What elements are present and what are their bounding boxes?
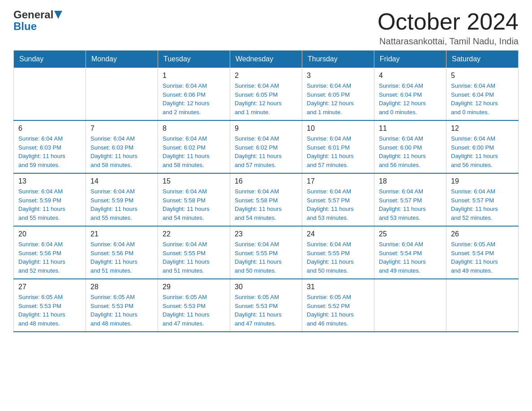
day-info: Sunrise: 6:04 AM Sunset: 5:58 PM Dayligh…: [235, 187, 297, 222]
table-row: 29Sunrise: 6:05 AM Sunset: 5:53 PM Dayli…: [158, 279, 230, 332]
day-number: 10: [307, 124, 369, 133]
table-row: 11Sunrise: 6:04 AM Sunset: 6:00 PM Dayli…: [374, 120, 446, 173]
table-row: 10Sunrise: 6:04 AM Sunset: 6:01 PM Dayli…: [302, 120, 374, 173]
table-row: 17Sunrise: 6:04 AM Sunset: 5:57 PM Dayli…: [302, 173, 374, 226]
logo-blue-text: Blue: [13, 21, 37, 32]
day-number: 9: [235, 124, 297, 133]
day-number: 29: [163, 283, 225, 291]
day-info: Sunrise: 6:05 AM Sunset: 5:53 PM Dayligh…: [235, 293, 297, 328]
calendar-week-row: 20Sunrise: 6:04 AM Sunset: 5:56 PM Dayli…: [14, 226, 519, 279]
table-row: 19Sunrise: 6:04 AM Sunset: 5:57 PM Dayli…: [446, 173, 519, 226]
day-number: 16: [235, 177, 297, 185]
day-info: Sunrise: 6:05 AM Sunset: 5:53 PM Dayligh…: [163, 293, 225, 328]
page-header: General Blue October 2024 Nattarasankott…: [13, 9, 519, 47]
day-info: Sunrise: 6:05 AM Sunset: 5:53 PM Dayligh…: [90, 293, 153, 328]
table-row: 2Sunrise: 6:04 AM Sunset: 6:05 PM Daylig…: [230, 68, 302, 121]
day-info: Sunrise: 6:05 AM Sunset: 5:54 PM Dayligh…: [451, 240, 514, 275]
title-block: October 2024 Nattarasankottai, Tamil Nad…: [378, 9, 519, 47]
header-sunday: Sunday: [14, 51, 86, 68]
day-number: 8: [163, 124, 225, 133]
day-number: 20: [18, 230, 81, 238]
day-number: 2: [235, 72, 297, 80]
table-row: [14, 68, 86, 121]
day-number: 11: [379, 124, 442, 133]
day-info: Sunrise: 6:04 AM Sunset: 6:05 PM Dayligh…: [235, 81, 297, 116]
logo: General Blue: [13, 9, 62, 33]
calendar-week-row: 27Sunrise: 6:05 AM Sunset: 5:53 PM Dayli…: [14, 279, 519, 332]
day-info: Sunrise: 6:04 AM Sunset: 5:55 PM Dayligh…: [163, 240, 225, 275]
calendar-table: Sunday Monday Tuesday Wednesday Thursday…: [13, 50, 519, 332]
header-wednesday: Wednesday: [230, 51, 302, 68]
table-row: 3Sunrise: 6:04 AM Sunset: 6:05 PM Daylig…: [302, 68, 374, 121]
day-number: 6: [18, 124, 81, 133]
day-info: Sunrise: 6:04 AM Sunset: 6:01 PM Dayligh…: [307, 134, 369, 169]
header-friday: Friday: [374, 51, 446, 68]
calendar-week-row: 1Sunrise: 6:04 AM Sunset: 6:06 PM Daylig…: [14, 68, 519, 121]
day-number: 23: [235, 230, 297, 238]
table-row: 8Sunrise: 6:04 AM Sunset: 6:02 PM Daylig…: [158, 120, 230, 173]
header-tuesday: Tuesday: [158, 51, 230, 68]
day-number: 30: [235, 283, 297, 291]
day-number: 18: [379, 177, 442, 185]
day-number: 27: [18, 283, 81, 291]
day-info: Sunrise: 6:04 AM Sunset: 6:04 PM Dayligh…: [451, 81, 514, 116]
day-number: 13: [18, 177, 81, 185]
day-info: Sunrise: 6:05 AM Sunset: 5:52 PM Dayligh…: [307, 293, 369, 328]
day-info: Sunrise: 6:04 AM Sunset: 6:00 PM Dayligh…: [379, 134, 442, 169]
day-info: Sunrise: 6:04 AM Sunset: 5:57 PM Dayligh…: [451, 187, 514, 222]
day-info: Sunrise: 6:04 AM Sunset: 5:57 PM Dayligh…: [379, 187, 442, 222]
header-thursday: Thursday: [302, 51, 374, 68]
table-row: 15Sunrise: 6:04 AM Sunset: 5:58 PM Dayli…: [158, 173, 230, 226]
table-row: 9Sunrise: 6:04 AM Sunset: 6:02 PM Daylig…: [230, 120, 302, 173]
day-info: Sunrise: 6:04 AM Sunset: 5:56 PM Dayligh…: [18, 240, 81, 275]
header-saturday: Saturday: [446, 51, 519, 68]
table-row: 7Sunrise: 6:04 AM Sunset: 6:03 PM Daylig…: [86, 120, 158, 173]
day-info: Sunrise: 6:04 AM Sunset: 5:55 PM Dayligh…: [307, 240, 369, 275]
day-info: Sunrise: 6:04 AM Sunset: 5:59 PM Dayligh…: [18, 187, 81, 222]
day-number: 12: [451, 124, 514, 133]
table-row: 18Sunrise: 6:04 AM Sunset: 5:57 PM Dayli…: [374, 173, 446, 226]
day-number: 19: [451, 177, 514, 185]
day-info: Sunrise: 6:04 AM Sunset: 6:02 PM Dayligh…: [235, 134, 297, 169]
day-number: 15: [163, 177, 225, 185]
day-info: Sunrise: 6:04 AM Sunset: 5:57 PM Dayligh…: [307, 187, 369, 222]
day-number: 14: [90, 177, 153, 185]
table-row: 13Sunrise: 6:04 AM Sunset: 5:59 PM Dayli…: [14, 173, 86, 226]
day-number: 31: [307, 283, 369, 291]
day-info: Sunrise: 6:04 AM Sunset: 6:00 PM Dayligh…: [451, 134, 514, 169]
table-row: [446, 279, 519, 332]
day-number: 28: [90, 283, 153, 291]
day-info: Sunrise: 6:04 AM Sunset: 6:03 PM Dayligh…: [18, 134, 81, 169]
table-row: 4Sunrise: 6:04 AM Sunset: 6:04 PM Daylig…: [374, 68, 446, 121]
day-info: Sunrise: 6:04 AM Sunset: 6:03 PM Dayligh…: [90, 134, 153, 169]
table-row: 26Sunrise: 6:05 AM Sunset: 5:54 PM Dayli…: [446, 226, 519, 279]
day-info: Sunrise: 6:04 AM Sunset: 5:56 PM Dayligh…: [90, 240, 153, 275]
table-row: 24Sunrise: 6:04 AM Sunset: 5:55 PM Dayli…: [302, 226, 374, 279]
day-number: 26: [451, 230, 514, 238]
table-row: 16Sunrise: 6:04 AM Sunset: 5:58 PM Dayli…: [230, 173, 302, 226]
logo-triangle-icon: [54, 11, 62, 21]
day-info: Sunrise: 6:04 AM Sunset: 6:06 PM Dayligh…: [163, 81, 225, 116]
table-row: 6Sunrise: 6:04 AM Sunset: 6:03 PM Daylig…: [14, 120, 86, 173]
table-row: 30Sunrise: 6:05 AM Sunset: 5:53 PM Dayli…: [230, 279, 302, 332]
table-row: 27Sunrise: 6:05 AM Sunset: 5:53 PM Dayli…: [14, 279, 86, 332]
day-number: 3: [307, 72, 369, 80]
day-number: 22: [163, 230, 225, 238]
table-row: 22Sunrise: 6:04 AM Sunset: 5:55 PM Dayli…: [158, 226, 230, 279]
day-info: Sunrise: 6:05 AM Sunset: 5:53 PM Dayligh…: [18, 293, 81, 328]
table-row: 12Sunrise: 6:04 AM Sunset: 6:00 PM Dayli…: [446, 120, 519, 173]
day-number: 24: [307, 230, 369, 238]
calendar-week-row: 13Sunrise: 6:04 AM Sunset: 5:59 PM Dayli…: [14, 173, 519, 226]
logo-general-text: General: [13, 9, 53, 21]
day-info: Sunrise: 6:04 AM Sunset: 6:04 PM Dayligh…: [379, 81, 442, 116]
table-row: 28Sunrise: 6:05 AM Sunset: 5:53 PM Dayli…: [86, 279, 158, 332]
table-row: 5Sunrise: 6:04 AM Sunset: 6:04 PM Daylig…: [446, 68, 519, 121]
calendar-header-row: Sunday Monday Tuesday Wednesday Thursday…: [14, 51, 519, 68]
table-row: 14Sunrise: 6:04 AM Sunset: 5:59 PM Dayli…: [86, 173, 158, 226]
header-monday: Monday: [86, 51, 158, 68]
day-number: 17: [307, 177, 369, 185]
day-number: 7: [90, 124, 153, 133]
month-title: October 2024: [378, 9, 519, 34]
table-row: 1Sunrise: 6:04 AM Sunset: 6:06 PM Daylig…: [158, 68, 230, 121]
day-info: Sunrise: 6:04 AM Sunset: 5:59 PM Dayligh…: [90, 187, 153, 222]
